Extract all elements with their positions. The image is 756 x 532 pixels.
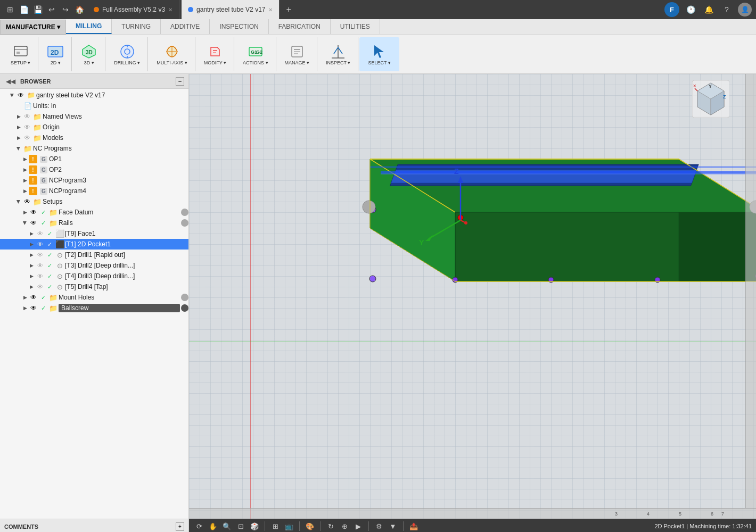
tree-rails[interactable]: ▶ 👁 ✓ 📁 Rails xyxy=(0,218,188,228)
bell-icon[interactable]: 🔔 xyxy=(702,3,716,16)
user-avatar[interactable]: 👤 xyxy=(738,3,752,16)
tree-t9-face1[interactable]: ▶ 👁 ✓ ⬜ [T9] Face1 xyxy=(0,228,188,239)
save-icon[interactable]: 💾 xyxy=(32,4,44,15)
actions-button[interactable]: G1G2 ACTIONS ▾ xyxy=(240,41,272,67)
comments-expand-button[interactable]: + xyxy=(176,522,184,531)
select-button[interactable]: SELECT ▾ xyxy=(365,41,393,67)
models-vis[interactable]: 👁 xyxy=(22,133,32,143)
ballscrew-expand[interactable]: ▶ xyxy=(21,303,29,313)
nc3-expand[interactable]: ▶ xyxy=(21,176,29,185)
op1-expand[interactable]: ▶ xyxy=(21,154,29,164)
grid-toggle-icon[interactable]: ⊞ xyxy=(269,520,281,532)
tab-turning[interactable]: TURNING xyxy=(112,19,161,34)
more-icon[interactable]: ▼ xyxy=(387,520,399,532)
drilling-button[interactable]: DRILLING ▾ xyxy=(111,41,143,67)
export-icon[interactable]: 📤 xyxy=(408,520,420,532)
tree-mount-holes[interactable]: ▶ 👁 ✓ 📁 Mount Holes xyxy=(0,292,188,303)
setups-vis[interactable]: 👁 xyxy=(22,197,32,206)
named-views-vis[interactable]: 👁 xyxy=(22,112,32,121)
tree-op1[interactable]: ▶ ! G OP1 xyxy=(0,154,188,164)
tree-t4-drill3[interactable]: ▶ 👁 ✓ ⊙ [T4] Drill3 [Deep drillin...] xyxy=(0,271,188,281)
2d-button[interactable]: 2D 2D ▾ xyxy=(44,41,67,67)
t3-vis[interactable]: 👁 xyxy=(35,261,45,270)
modify-button[interactable]: MODIFY ▾ xyxy=(201,41,229,67)
rotate-icon[interactable]: ↻ xyxy=(325,520,336,532)
grid-icon[interactable]: ⊞ xyxy=(4,4,16,15)
home-icon[interactable]: 🏠 xyxy=(73,4,85,15)
pan-icon[interactable]: ✋ xyxy=(207,520,219,532)
browser-back-icon[interactable]: ◀◀ xyxy=(4,75,17,88)
t4-expand[interactable]: ▶ xyxy=(28,271,35,281)
tree-origin[interactable]: ▶ 👁 📁 Origin xyxy=(0,122,188,132)
origin-vis[interactable]: 👁 xyxy=(22,122,32,132)
inspect-button[interactable]: INSPECT ▾ xyxy=(323,41,354,67)
help-icon[interactable]: ? xyxy=(720,3,734,16)
manufacture-button[interactable]: MANUFACTURE ▾ xyxy=(0,20,66,35)
setup-button[interactable]: SETUP ▾ xyxy=(7,41,34,67)
mount-holes-expand[interactable]: ▶ xyxy=(21,293,29,302)
browser-tree[interactable]: ▶ 👁 📁 gantry steel tube V2 v17 📄 Units: … xyxy=(0,89,188,519)
setups-expand[interactable]: ▶ xyxy=(14,198,23,205)
root-expand-arrow[interactable]: ▶ xyxy=(7,92,17,99)
tree-t5-drill4[interactable]: ▶ 👁 ✓ ⊙ [T5] Drill4 [Tap] xyxy=(0,281,188,292)
t5-expand[interactable]: ▶ xyxy=(28,282,35,292)
tree-face-datum[interactable]: ▶ 👁 ✓ 📁 Face Datum xyxy=(0,207,188,218)
t4-vis[interactable]: 👁 xyxy=(35,271,45,281)
named-views-expand[interactable]: ▶ xyxy=(15,112,22,121)
clock-icon[interactable]: 🕐 xyxy=(684,3,697,16)
tree-ballscrew[interactable]: ▶ 👁 ✓ 📁 Ballscrew xyxy=(0,303,188,313)
display-settings-icon[interactable]: 📺 xyxy=(283,520,295,532)
t2-expand[interactable]: ▶ xyxy=(28,250,35,260)
manage-button[interactable]: MANAGE ▾ xyxy=(282,41,313,67)
tree-root[interactable]: ▶ 👁 📁 gantry steel tube V2 v17 xyxy=(0,90,188,101)
3d-button[interactable]: 3D 3D ▾ xyxy=(77,41,101,67)
fusion-icon[interactable]: F xyxy=(664,2,679,17)
viewport[interactable]: Z Y xyxy=(189,74,756,519)
face-datum-vis[interactable]: 👁 xyxy=(29,207,38,217)
tab-fabrication[interactable]: FABRICATION xyxy=(269,19,331,34)
tree-op2[interactable]: ▶ ! G OP2 xyxy=(0,164,188,175)
tab-utilities[interactable]: UTILITIES xyxy=(331,19,380,34)
tab-gantry[interactable]: gantry steel tube V2 v17 ✕ xyxy=(182,0,280,19)
tree-ncprogram3[interactable]: ▶ ! G NCProgram3 xyxy=(0,175,188,186)
new-icon[interactable]: 📄 xyxy=(18,4,30,15)
models-expand[interactable]: ▶ xyxy=(15,133,22,143)
tab-full-assembly[interactable]: Full Assembly V5.2 v3 ✕ xyxy=(87,0,179,19)
t5-vis[interactable]: 👁 xyxy=(35,282,45,292)
tree-t3-drill2[interactable]: ▶ 👁 ✓ ⊙ [T3] Drill2 [Deep drillin...] xyxy=(0,260,188,271)
tree-setups[interactable]: ▶ 👁 📁 Setups xyxy=(0,196,188,207)
tree-models[interactable]: ▶ 👁 📁 Models xyxy=(0,132,188,143)
browser-collapse-button[interactable]: – xyxy=(176,77,184,86)
tab-close-full-assembly[interactable]: ✕ xyxy=(168,7,172,13)
nc4-expand[interactable]: ▶ xyxy=(21,186,29,196)
add-tab-button[interactable]: + xyxy=(282,5,295,14)
view-cube-icon[interactable]: 🎲 xyxy=(249,520,260,532)
orbit-icon[interactable]: ⟳ xyxy=(193,520,205,532)
origin-expand[interactable]: ▶ xyxy=(15,122,22,132)
t9-expand[interactable]: ▶ xyxy=(28,229,35,238)
tree-t1-2dpocket1[interactable]: ▶ 👁 ✓ ⬛ [T1] 2D Pocket1 xyxy=(0,239,188,250)
t1-expand[interactable]: ▶ xyxy=(28,239,35,249)
tab-milling[interactable]: MILLING xyxy=(66,19,112,34)
toolpath-icon[interactable]: ⊕ xyxy=(339,520,350,532)
gizmo[interactable]: Y Z X xyxy=(692,80,729,118)
multiaxis-button[interactable]: MULTI-AXIS ▾ xyxy=(153,41,190,67)
t9-vis[interactable]: 👁 xyxy=(35,229,45,238)
t3-expand[interactable]: ▶ xyxy=(28,261,35,270)
tree-named-views[interactable]: ▶ 👁 📁 Named Views xyxy=(0,111,188,122)
nc-programs-expand[interactable]: ▶ xyxy=(14,145,23,152)
root-vis-icon[interactable]: 👁 xyxy=(16,90,26,100)
mount-holes-vis[interactable]: 👁 xyxy=(29,293,38,302)
redo-icon[interactable]: ↪ xyxy=(60,4,71,15)
tab-close-gantry[interactable]: ✕ xyxy=(268,7,273,13)
zoom-icon[interactable]: 🔍 xyxy=(221,520,233,532)
face-datum-expand[interactable]: ▶ xyxy=(21,207,29,217)
tree-nc-programs[interactable]: ▶ 📁 NC Programs xyxy=(0,143,188,154)
tree-t2-drill1[interactable]: ▶ 👁 ✓ ⊙ [T2] Drill1 [Rapid out] xyxy=(0,250,188,260)
tree-units[interactable]: 📄 Units: in xyxy=(0,101,188,111)
t1-vis[interactable]: 👁 xyxy=(35,239,45,249)
ballscrew-vis[interactable]: 👁 xyxy=(29,303,38,313)
rails-vis[interactable]: 👁 xyxy=(29,218,38,228)
tab-inspection[interactable]: INSPECTION xyxy=(210,19,268,34)
rails-expand[interactable]: ▶ xyxy=(20,219,30,227)
